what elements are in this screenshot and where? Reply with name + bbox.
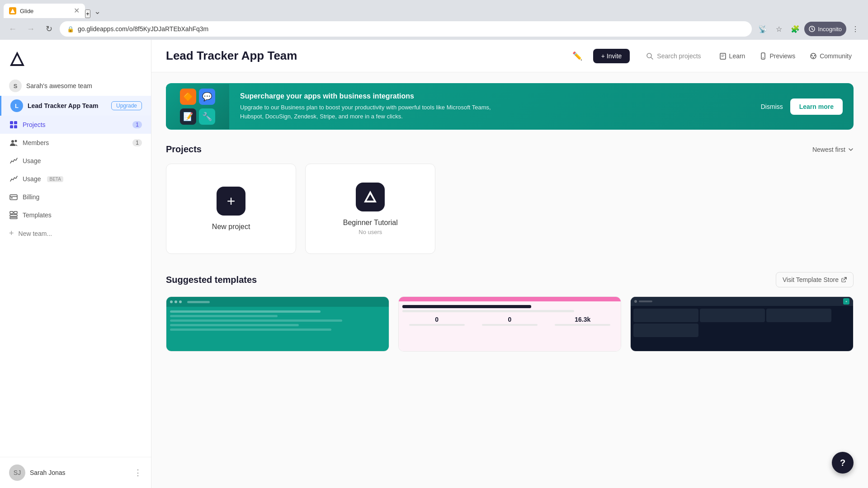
projects-grid: + New project Beginner Tutorial No users bbox=[166, 164, 854, 254]
projects-badge: 1 bbox=[132, 121, 142, 128]
bookmark-button[interactable]: ☆ bbox=[772, 22, 786, 36]
app-logo[interactable] bbox=[0, 40, 151, 76]
sidebar-item-usage[interactable]: Usage bbox=[0, 152, 151, 170]
svg-point-19 bbox=[763, 57, 764, 58]
hubspot-icon: 🔶 bbox=[180, 89, 196, 105]
visit-template-store-button[interactable]: Visit Template Store bbox=[776, 272, 854, 287]
templates-section-title: Suggested templates bbox=[166, 275, 257, 285]
svg-point-22 bbox=[814, 55, 816, 56]
community-icon bbox=[810, 52, 817, 60]
address-bar[interactable]: 🔒 go.glideapps.com/o/8f5KyJDJaRTEbXahFq3… bbox=[60, 21, 752, 37]
browser-chrome: Glide ✕ + ⌄ ← → ↻ 🔒 go.glideapps.com/o/8… bbox=[0, 0, 868, 40]
billing-icon bbox=[9, 192, 18, 202]
search-icon bbox=[646, 52, 653, 60]
chevron-down-icon bbox=[848, 147, 854, 152]
members-badge: 1 bbox=[132, 139, 142, 146]
new-project-card[interactable]: + New project bbox=[166, 164, 296, 254]
svg-point-8 bbox=[11, 140, 14, 143]
edit-title-button[interactable]: ✏️ bbox=[572, 51, 582, 61]
current-team-name: Lead Tracker App Team bbox=[28, 102, 107, 109]
projects-section-header: Projects Newest first bbox=[166, 144, 854, 155]
upgrade-button[interactable]: Upgrade bbox=[111, 101, 142, 110]
nav-bar: ← → ↻ 🔒 go.glideapps.com/o/8f5KyJDJaRTEb… bbox=[0, 18, 868, 40]
svg-rect-14 bbox=[10, 215, 17, 216]
learn-label: Learn bbox=[729, 52, 745, 60]
sidebar-item-current-team[interactable]: L Lead Tracker App Team Upgrade bbox=[0, 96, 151, 116]
tab-list-button[interactable]: ⌄ bbox=[92, 5, 103, 18]
svg-point-9 bbox=[15, 140, 17, 142]
help-button[interactable]: ? bbox=[832, 452, 854, 474]
svg-point-23 bbox=[813, 56, 814, 58]
external-link-icon bbox=[841, 277, 847, 282]
app-layout: S Sarah's awesome team L Lead Tracker Ap… bbox=[0, 40, 868, 488]
active-tab[interactable]: Glide ✕ bbox=[4, 4, 85, 18]
tab-favicon bbox=[9, 7, 16, 14]
content-area: 🔶 💬 📝 🔧 Supercharge your apps with busin… bbox=[151, 72, 868, 377]
grid-icon bbox=[9, 120, 18, 129]
user-name: Sarah Jonas bbox=[30, 469, 129, 476]
forward-button[interactable]: → bbox=[24, 22, 38, 36]
help-icon: ? bbox=[840, 458, 845, 468]
template-card-candidate-pipeline[interactable] bbox=[166, 296, 389, 352]
templates-grid: 0 0 16.3k bbox=[166, 296, 854, 352]
community-label: Community bbox=[820, 52, 852, 60]
sort-label: Newest first bbox=[812, 146, 845, 153]
visit-store-label: Visit Template Store bbox=[783, 276, 839, 283]
top-bar: Lead Tracker App Team ✏️ + Invite Search… bbox=[151, 40, 868, 72]
tab-title: Glide bbox=[20, 8, 70, 14]
beta-tag: BETA bbox=[47, 176, 63, 182]
billing-nav-label: Billing bbox=[23, 193, 39, 201]
teams-icon: 💬 bbox=[199, 89, 215, 105]
sidebar-item-templates[interactable]: Templates bbox=[0, 206, 151, 224]
banner-actions: Dismiss Learn more bbox=[761, 99, 854, 115]
dismiss-button[interactable]: Dismiss bbox=[761, 103, 783, 110]
more-options-button[interactable]: ⋮ bbox=[848, 22, 863, 36]
svg-rect-6 bbox=[10, 125, 13, 128]
cast-button[interactable]: 📡 bbox=[755, 22, 770, 36]
url-text: go.glideapps.com/o/8f5KyJDJaRTEbXahFq3m bbox=[78, 25, 745, 33]
user-more-button[interactable]: ⋮ bbox=[134, 468, 142, 478]
sort-dropdown[interactable]: Newest first bbox=[812, 146, 854, 153]
incognito-label: Incognito bbox=[818, 26, 842, 33]
new-tab-button[interactable]: + bbox=[85, 9, 90, 18]
zendesk-icon: 🔧 bbox=[199, 108, 215, 125]
template-card-company-reports[interactable]: 0 0 16.3k bbox=[398, 296, 622, 352]
templates-section: Suggested templates Visit Template Store bbox=[166, 272, 854, 352]
svg-rect-4 bbox=[10, 121, 13, 124]
project-app-icon bbox=[356, 183, 385, 211]
project-title: Beginner Tutorial bbox=[343, 219, 398, 227]
book-icon bbox=[719, 52, 726, 60]
search-placeholder: Search projects bbox=[657, 52, 701, 60]
sarahs-team-name: Sarah's awesome team bbox=[26, 82, 92, 89]
usage-beta-icon bbox=[9, 174, 18, 183]
banner-image: 🔶 💬 📝 🔧 bbox=[166, 84, 229, 129]
learn-button[interactable]: Learn bbox=[717, 49, 747, 63]
previews-button[interactable]: Previews bbox=[758, 49, 797, 63]
template-card-products[interactable]: + bbox=[630, 296, 854, 352]
promo-banner: 🔶 💬 📝 🔧 Supercharge your apps with busin… bbox=[166, 83, 854, 130]
new-team-plus-icon: + bbox=[9, 229, 14, 238]
search-projects-button[interactable]: Search projects bbox=[641, 49, 706, 63]
project-subtitle: No users bbox=[359, 229, 382, 235]
svg-rect-5 bbox=[14, 121, 17, 124]
extensions-button[interactable]: 🧩 bbox=[788, 22, 802, 36]
community-button[interactable]: Community bbox=[808, 49, 854, 63]
learn-more-button[interactable]: Learn more bbox=[790, 99, 843, 115]
invite-button[interactable]: + Invite bbox=[593, 49, 630, 63]
usage-nav-label: Usage bbox=[23, 157, 41, 164]
members-nav-label: Members bbox=[23, 139, 49, 146]
refresh-button[interactable]: ↻ bbox=[42, 22, 56, 36]
sidebar-item-projects[interactable]: Projects 1 bbox=[0, 116, 151, 134]
sidebar-item-members[interactable]: Members 1 bbox=[0, 134, 151, 152]
sidebar-footer: SJ Sarah Jonas ⋮ bbox=[0, 457, 151, 488]
svg-rect-11 bbox=[11, 197, 13, 198]
glide-icon bbox=[362, 189, 378, 205]
sidebar-item-usage-beta[interactable]: Usage BETA bbox=[0, 170, 151, 188]
back-button[interactable]: ← bbox=[5, 22, 20, 36]
lock-icon: 🔒 bbox=[67, 26, 74, 33]
new-team-button[interactable]: + New team... bbox=[0, 224, 151, 243]
beginner-tutorial-card[interactable]: Beginner Tutorial No users bbox=[305, 164, 435, 254]
sidebar-item-billing[interactable]: Billing bbox=[0, 188, 151, 206]
tab-close-button[interactable]: ✕ bbox=[74, 7, 80, 14]
sidebar-item-sarahs-team[interactable]: S Sarah's awesome team bbox=[0, 76, 151, 96]
